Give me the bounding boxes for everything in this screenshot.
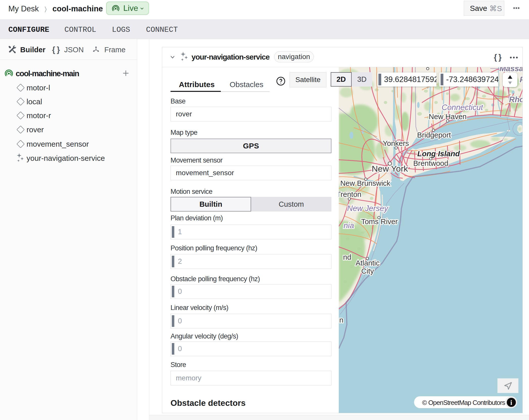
svg-text:Long Island: Long Island — [417, 149, 460, 158]
svg-text:New Jersey: New Jersey — [347, 204, 389, 213]
svg-text:n: n — [339, 316, 343, 324]
svg-text:Bridgeport: Bridgeport — [417, 131, 451, 139]
svg-text:nia: nia — [344, 221, 354, 230]
svg-text:Connecticut: Connecticut — [442, 103, 483, 112]
svg-text:Atlantic: Atlantic — [355, 259, 379, 267]
svg-text:Yonkers: Yonkers — [383, 139, 409, 147]
svg-text:Brentwood: Brentwood — [413, 159, 448, 167]
svg-text:City: City — [361, 267, 374, 275]
svg-text:Trenton: Trenton — [339, 190, 361, 198]
svg-text:Massac: Massac — [499, 67, 523, 73]
svg-text:Rhod: Rhod — [509, 95, 523, 104]
svg-text:nd: nd — [343, 253, 351, 261]
